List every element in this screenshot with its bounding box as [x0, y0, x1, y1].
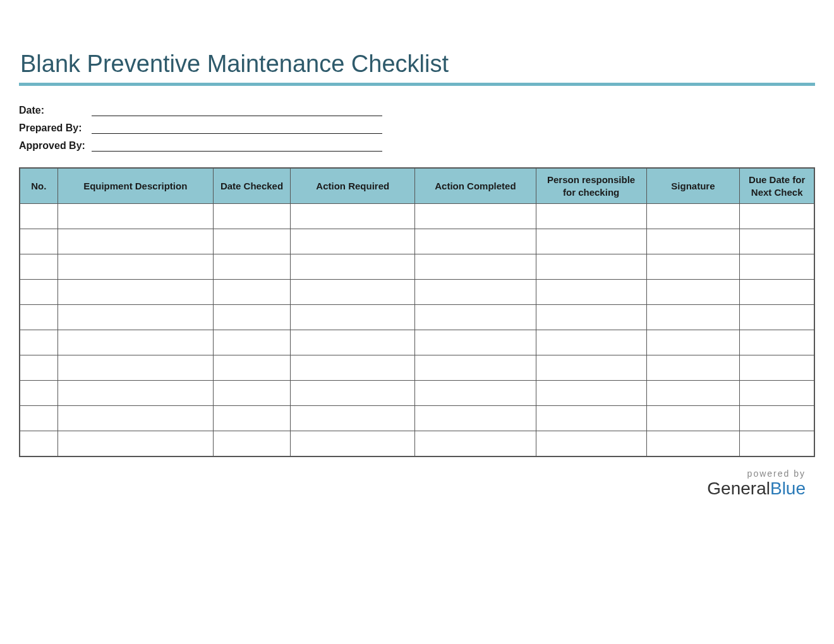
cell-action-required[interactable]: [291, 204, 415, 229]
cell-signature[interactable]: [646, 431, 740, 456]
table-row: [20, 381, 814, 406]
cell-equipment-description[interactable]: [57, 305, 213, 330]
cell-action-required[interactable]: [291, 229, 415, 254]
table-header-row: No. Equipment Description Date Checked A…: [20, 168, 814, 204]
cell-equipment-description[interactable]: [57, 406, 213, 431]
cell-due-date[interactable]: [740, 330, 814, 355]
cell-action-required[interactable]: [291, 431, 415, 456]
cell-person-responsible[interactable]: [536, 204, 646, 229]
cell-person-responsible[interactable]: [536, 431, 646, 456]
date-input-line[interactable]: [92, 105, 382, 116]
table-row: [20, 305, 814, 330]
cell-date-checked[interactable]: [213, 204, 291, 229]
approved-by-input-line[interactable]: [92, 140, 382, 152]
meta-row-approved-by: Approved By:: [19, 140, 815, 152]
cell-due-date[interactable]: [740, 229, 814, 254]
cell-date-checked[interactable]: [213, 381, 291, 406]
cell-signature[interactable]: [646, 254, 740, 280]
prepared-by-label: Prepared By:: [19, 122, 92, 134]
cell-date-checked[interactable]: [213, 431, 291, 456]
cell-action-required[interactable]: [291, 355, 415, 381]
cell-action-required[interactable]: [291, 254, 415, 280]
header-date-checked: Date Checked: [213, 168, 291, 204]
header-action-required: Action Required: [291, 168, 415, 204]
table-row: [20, 330, 814, 355]
cell-action-completed[interactable]: [415, 431, 536, 456]
cell-person-responsible[interactable]: [536, 305, 646, 330]
cell-no[interactable]: [20, 381, 57, 406]
cell-signature[interactable]: [646, 406, 740, 431]
cell-equipment-description[interactable]: [57, 355, 213, 381]
cell-equipment-description[interactable]: [57, 431, 213, 456]
table-row: [20, 229, 814, 254]
cell-action-required[interactable]: [291, 381, 415, 406]
cell-signature[interactable]: [646, 229, 740, 254]
cell-person-responsible[interactable]: [536, 254, 646, 280]
cell-no[interactable]: [20, 305, 57, 330]
cell-person-responsible[interactable]: [536, 280, 646, 305]
brand-logo: GeneralBlue: [19, 479, 806, 499]
cell-date-checked[interactable]: [213, 305, 291, 330]
cell-person-responsible[interactable]: [536, 355, 646, 381]
cell-date-checked[interactable]: [213, 229, 291, 254]
cell-due-date[interactable]: [740, 305, 814, 330]
cell-no[interactable]: [20, 431, 57, 456]
cell-due-date[interactable]: [740, 280, 814, 305]
cell-action-completed[interactable]: [415, 204, 536, 229]
cell-equipment-description[interactable]: [57, 381, 213, 406]
brand-blue-text: Blue: [770, 479, 806, 498]
cell-person-responsible[interactable]: [536, 406, 646, 431]
cell-equipment-description[interactable]: [57, 229, 213, 254]
cell-no[interactable]: [20, 355, 57, 381]
table-row: [20, 355, 814, 381]
cell-due-date[interactable]: [740, 431, 814, 456]
checklist-table: No. Equipment Description Date Checked A…: [19, 167, 815, 457]
cell-no[interactable]: [20, 330, 57, 355]
cell-action-required[interactable]: [291, 406, 415, 431]
cell-person-responsible[interactable]: [536, 381, 646, 406]
cell-no[interactable]: [20, 229, 57, 254]
header-equipment-description: Equipment Description: [57, 168, 213, 204]
meta-row-date: Date:: [19, 105, 815, 116]
cell-signature[interactable]: [646, 381, 740, 406]
cell-action-required[interactable]: [291, 305, 415, 330]
cell-person-responsible[interactable]: [536, 229, 646, 254]
cell-action-completed[interactable]: [415, 330, 536, 355]
cell-equipment-description[interactable]: [57, 330, 213, 355]
cell-signature[interactable]: [646, 204, 740, 229]
cell-date-checked[interactable]: [213, 330, 291, 355]
cell-due-date[interactable]: [740, 254, 814, 280]
cell-date-checked[interactable]: [213, 280, 291, 305]
cell-action-completed[interactable]: [415, 229, 536, 254]
cell-action-completed[interactable]: [415, 406, 536, 431]
cell-date-checked[interactable]: [213, 254, 291, 280]
cell-signature[interactable]: [646, 280, 740, 305]
cell-action-required[interactable]: [291, 280, 415, 305]
cell-no[interactable]: [20, 204, 57, 229]
cell-equipment-description[interactable]: [57, 280, 213, 305]
cell-action-required[interactable]: [291, 330, 415, 355]
cell-no[interactable]: [20, 406, 57, 431]
cell-signature[interactable]: [646, 355, 740, 381]
cell-due-date[interactable]: [740, 204, 814, 229]
cell-no[interactable]: [20, 280, 57, 305]
cell-due-date[interactable]: [740, 355, 814, 381]
cell-signature[interactable]: [646, 305, 740, 330]
cell-action-completed[interactable]: [415, 305, 536, 330]
prepared-by-input-line[interactable]: [92, 122, 382, 134]
cell-action-completed[interactable]: [415, 254, 536, 280]
meta-section: Date: Prepared By: Approved By:: [19, 105, 815, 152]
cell-equipment-description[interactable]: [57, 254, 213, 280]
cell-date-checked[interactable]: [213, 406, 291, 431]
cell-person-responsible[interactable]: [536, 330, 646, 355]
cell-signature[interactable]: [646, 330, 740, 355]
document-title: Blank Preventive Maintenance Checklist: [19, 51, 815, 78]
cell-action-completed[interactable]: [415, 381, 536, 406]
cell-action-completed[interactable]: [415, 355, 536, 381]
cell-due-date[interactable]: [740, 406, 814, 431]
cell-no[interactable]: [20, 254, 57, 280]
cell-equipment-description[interactable]: [57, 204, 213, 229]
cell-date-checked[interactable]: [213, 355, 291, 381]
cell-due-date[interactable]: [740, 381, 814, 406]
cell-action-completed[interactable]: [415, 280, 536, 305]
